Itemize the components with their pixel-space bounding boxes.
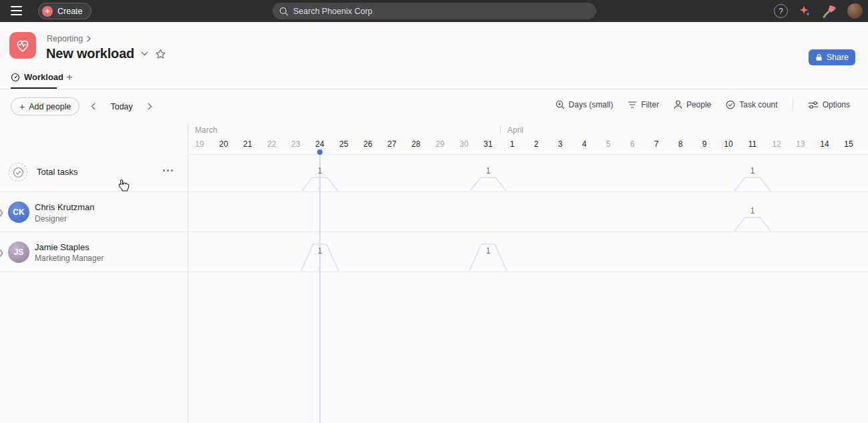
page-title: New workload (46, 46, 134, 61)
expand-row-chevron[interactable]: ❯ (0, 208, 4, 217)
workload-gauge-icon (11, 73, 20, 82)
title-chevron-down-icon[interactable] (141, 51, 148, 56)
celebration-bird-icon[interactable] (821, 4, 837, 19)
date-label: 5 (596, 139, 620, 149)
breadcrumb-label: Reporting (47, 34, 83, 43)
sliders-icon (808, 101, 819, 109)
person-name: Jamie Staples (35, 242, 89, 252)
help-label: ? (779, 7, 783, 16)
workload-mark[interactable] (734, 177, 771, 194)
date-label: 23 (284, 139, 308, 149)
date-label: 29 (428, 139, 452, 149)
filter-button[interactable]: Filter (628, 100, 659, 109)
filter-icon (628, 101, 637, 109)
people-label: People (686, 100, 711, 109)
filter-label: Filter (641, 100, 659, 109)
people-grouping-button[interactable]: People (674, 100, 711, 109)
lock-icon (815, 53, 823, 61)
plus-icon: + (19, 101, 25, 112)
date-label: 8 (668, 139, 692, 149)
add-people-button[interactable]: + Add people (11, 97, 79, 115)
search-icon (279, 7, 288, 16)
workload-mark-value: 1 (301, 166, 339, 175)
help-button[interactable]: ? (774, 4, 788, 18)
chevron-right-icon (87, 35, 91, 42)
date-label: 13 (789, 139, 813, 149)
share-button[interactable]: Share (809, 49, 855, 65)
today-button[interactable]: Today (106, 102, 136, 111)
avatar-initials: CK (13, 207, 24, 217)
date-label: 31 (476, 139, 500, 149)
date-label: 27 (380, 139, 404, 149)
date-label: 30 (452, 139, 476, 149)
share-button-label: Share (827, 53, 849, 62)
header-divider (0, 89, 868, 89)
check-circle-icon (13, 167, 24, 178)
date-label: 20 (212, 139, 236, 149)
date-label: 1 (500, 139, 524, 149)
date-label: 10 (716, 139, 740, 149)
avatar[interactable]: CK (8, 201, 29, 223)
user-avatar[interactable] (847, 3, 863, 19)
task-count-button[interactable]: Task count (726, 100, 777, 109)
date-label: 24 (308, 139, 332, 149)
options-label: Options (823, 100, 850, 109)
check-circle-icon (726, 100, 735, 109)
zoom-level-label: Days (small) (569, 100, 614, 109)
date-label: 25 (332, 139, 356, 149)
workload-mark-value: 1 (469, 246, 507, 256)
project-icon[interactable] (9, 32, 36, 59)
tab-workload-label: Workload (24, 72, 63, 82)
timeline-prev-button[interactable] (85, 99, 101, 115)
names-column-border (188, 121, 188, 423)
mouse-cursor (118, 179, 130, 193)
date-label: 28 (404, 139, 428, 149)
toolbar-divider (793, 98, 793, 111)
person-icon (674, 100, 682, 109)
grid-line (188, 154, 868, 155)
total-tasks-row-label: Total tasks (37, 167, 77, 177)
month-label: March (195, 125, 217, 135)
zoom-level-button[interactable]: Days (small) (556, 100, 614, 109)
workload-mark[interactable] (734, 217, 771, 234)
person-role: Marketing Manager (35, 254, 103, 263)
date-label: 2 (524, 139, 548, 149)
workload-mark[interactable] (301, 177, 339, 194)
timeline-next-button[interactable] (142, 99, 158, 115)
add-people-label: Add people (29, 102, 71, 111)
search-input[interactable]: Search Phoenix Corp (272, 3, 596, 19)
star-icon[interactable] (155, 49, 166, 59)
expand-row-chevron[interactable]: ❯ (0, 248, 4, 257)
date-label: 14 (813, 139, 837, 149)
month-tick (500, 125, 501, 134)
tab-workload[interactable]: Workload (11, 72, 63, 82)
person-name: Chris Krutzman (35, 202, 95, 212)
date-label: 9 (692, 139, 716, 149)
breadcrumb[interactable]: Reporting (47, 34, 91, 43)
options-button[interactable]: Options (808, 100, 850, 109)
sidebar-toggle-icon[interactable] (11, 6, 22, 15)
today-marker-dot (317, 149, 322, 155)
workload-mark-value: 1 (301, 246, 339, 256)
date-label: 7 (644, 139, 668, 149)
row-divider (0, 272, 868, 272)
create-button[interactable]: + Create (38, 3, 91, 19)
date-label: 19 (188, 139, 212, 149)
month-label: April (507, 125, 523, 135)
today-line (319, 154, 320, 423)
person-role: Designer (35, 214, 67, 224)
date-label: 3 (548, 139, 572, 149)
chevron-right-icon (148, 103, 152, 110)
workload-mark-value: 1 (469, 166, 507, 175)
ai-sparkles-icon[interactable] (798, 5, 811, 18)
month-tick (188, 125, 188, 134)
task-count-label: Task count (739, 100, 777, 109)
date-label: 4 (572, 139, 596, 149)
row-menu-button[interactable] (163, 169, 173, 171)
add-tab-button[interactable]: + (66, 71, 73, 84)
date-label: 15 (837, 139, 861, 149)
workload-mark[interactable] (469, 177, 507, 194)
avatar[interactable]: JS (8, 242, 29, 263)
topbar: + Create Search Phoenix Corp ? (0, 0, 868, 22)
total-tasks-icon (9, 163, 27, 181)
